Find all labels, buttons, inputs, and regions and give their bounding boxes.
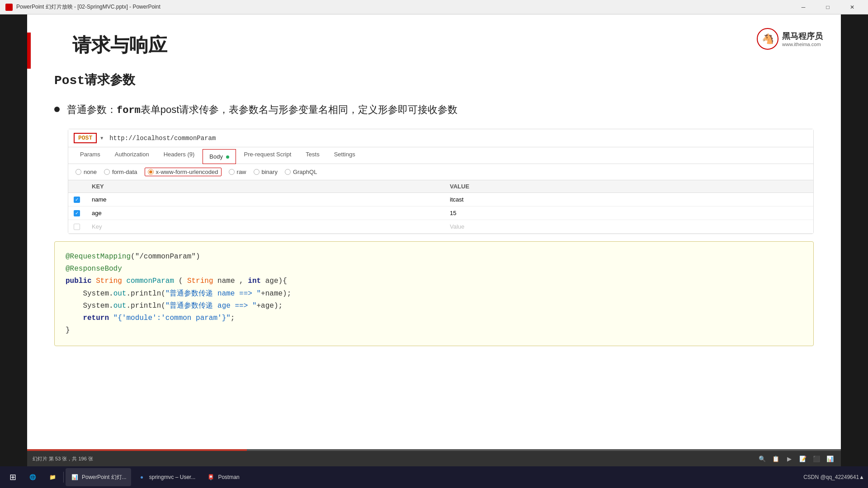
nav-icon-search[interactable]: 🔍 bbox=[757, 453, 768, 464]
taskbar-springmvc-label: springmvc – User... bbox=[149, 474, 196, 480]
type-string: String bbox=[96, 277, 122, 285]
method-name: commonParam bbox=[126, 277, 174, 285]
slide-content: 🐴 黑马程序员 www.itheima.com 请求与响应 Post请求参数 普… bbox=[27, 14, 841, 465]
logo-area: 🐴 黑马程序员 www.itheima.com bbox=[757, 28, 823, 50]
option-form-data[interactable]: form-data bbox=[104, 169, 137, 175]
col-value-header: VALUE bbox=[450, 183, 808, 190]
code-block: @RequestMapping("/commonParam") @Respons… bbox=[54, 241, 814, 346]
checkbox-empty bbox=[74, 224, 80, 230]
key-name[interactable]: name bbox=[92, 196, 450, 203]
code-inline-form: form bbox=[117, 105, 141, 116]
option-raw[interactable]: raw bbox=[229, 169, 246, 175]
key-age[interactable]: age bbox=[92, 210, 450, 216]
url-field[interactable]: http://localhost/commonParam bbox=[109, 135, 216, 142]
method-badge[interactable]: POST bbox=[74, 133, 97, 143]
accent-bar bbox=[27, 33, 31, 69]
body-active-dot bbox=[226, 155, 229, 159]
option-x-www[interactable]: x-www-form-urlencoded bbox=[145, 168, 222, 176]
radio-x-www bbox=[148, 169, 154, 175]
springmvc-icon: ● bbox=[137, 473, 146, 482]
keyword-return: return bbox=[83, 314, 109, 322]
tab-body[interactable]: Body bbox=[203, 149, 236, 164]
value-15[interactable]: 15 bbox=[450, 210, 808, 216]
taskbar: ⊞ 🌐 📁 📊 PowerPoint 幻灯... ● springmvc – U… bbox=[0, 466, 868, 488]
powerpoint-icon: 📊 bbox=[70, 473, 79, 482]
url-bar: POST ▼ http://localhost/commonParam bbox=[68, 129, 813, 147]
taskbar-explorer[interactable]: 📁 bbox=[43, 468, 61, 486]
tab-authorization[interactable]: Authorization bbox=[108, 147, 156, 164]
tab-pre-request[interactable]: Pre-request Script bbox=[238, 147, 298, 164]
keyword-public: public bbox=[66, 277, 92, 285]
value-placeholder[interactable]: Value bbox=[450, 223, 808, 230]
nav-icon-notes[interactable]: 📋 bbox=[770, 453, 781, 464]
maximize-button[interactable]: □ bbox=[817, 0, 838, 14]
logo-icon: 🐴 bbox=[757, 28, 778, 50]
window-title: PowerPoint 幻灯片放映 - [02-SpringMVC.pptx] -… bbox=[16, 3, 160, 11]
browser-icon: 🌐 bbox=[28, 473, 37, 482]
tab-settings[interactable]: Settings bbox=[328, 147, 362, 164]
taskbar-springmvc[interactable]: ● springmvc – User... bbox=[133, 468, 200, 486]
code-line-5: System.out.println("普通参数传递 age ==> "+age… bbox=[66, 300, 802, 312]
logo-sub-text: www.itheima.com bbox=[782, 42, 823, 47]
value-itcast[interactable]: itcast bbox=[450, 196, 808, 203]
table-header: KEY VALUE bbox=[68, 180, 813, 193]
table-row-empty: Key Value bbox=[68, 220, 813, 234]
taskbar-postman[interactable]: 📮 Postman bbox=[202, 468, 244, 486]
slide-subtitle: Post请求参数 bbox=[54, 71, 814, 89]
tab-params[interactable]: Params bbox=[74, 147, 107, 164]
radio-graphql bbox=[285, 169, 291, 175]
code-line-4: System.out.println("普通参数传递 name ==> "+na… bbox=[66, 288, 802, 300]
table-row: ✓ age 15 bbox=[68, 206, 813, 220]
tab-tests[interactable]: Tests bbox=[299, 147, 326, 164]
radio-binary bbox=[254, 169, 259, 175]
checkbox-age[interactable]: ✓ bbox=[74, 210, 80, 216]
slide-title: 请求与响应 bbox=[72, 33, 814, 58]
checkbox-name[interactable]: ✓ bbox=[74, 197, 80, 203]
slide-nav-bar: 幻灯片 第 53 张，共 196 张 🔍 📋 ▶ 📝 ⬛ 📊 bbox=[27, 451, 841, 466]
logo-main-text: 黑马程序员 bbox=[782, 31, 823, 42]
option-none[interactable]: none bbox=[75, 169, 97, 175]
taskbar-powerpoint-label: PowerPoint 幻灯... bbox=[82, 474, 127, 481]
body-options: none form-data x-www-form-urlencoded raw… bbox=[68, 164, 813, 180]
explorer-icon: 📁 bbox=[48, 473, 57, 482]
nav-icons: 🔍 📋 ▶ 📝 ⬛ 📊 bbox=[757, 453, 835, 464]
code-line-6: return "{'module':'common param'}"; bbox=[66, 312, 802, 324]
taskbar-postman-label: Postman bbox=[218, 474, 239, 480]
taskbar-powerpoint[interactable]: 📊 PowerPoint 幻灯... bbox=[66, 468, 131, 486]
radio-none bbox=[75, 169, 81, 175]
nav-left: 幻灯片 第 53 张，共 196 张 bbox=[33, 455, 93, 462]
nav-icon-view[interactable]: ⬛ bbox=[811, 453, 822, 464]
slide-counter: 幻灯片 第 53 张，共 196 张 bbox=[33, 455, 93, 462]
table-row: ✓ name itcast bbox=[68, 193, 813, 206]
app-icon bbox=[5, 4, 13, 11]
postman-panel: POST ▼ http://localhost/commonParam Para… bbox=[68, 129, 814, 234]
bullet-dot bbox=[54, 107, 60, 112]
window-controls: ─ □ ✕ bbox=[793, 0, 863, 14]
minimize-button[interactable]: ─ bbox=[793, 0, 814, 14]
nav-icon-edit[interactable]: 📝 bbox=[797, 453, 808, 464]
nav-icon-play[interactable]: ▶ bbox=[784, 453, 795, 464]
type-string2: String bbox=[187, 277, 213, 285]
logo-text: 黑马程序员 www.itheima.com bbox=[782, 31, 823, 47]
code-line-2: @ResponseBody bbox=[66, 263, 802, 275]
keyword-int: int bbox=[248, 277, 261, 285]
taskbar-right: CSDN @qq_42249641▲ bbox=[803, 474, 864, 480]
taskbar-browser[interactable]: 🌐 bbox=[24, 468, 42, 486]
option-graphql[interactable]: GraphQL bbox=[285, 169, 317, 175]
bullet-item: 普通参数：form表单post请求传参，表参数名与形参变量名相同，定义形参即可接… bbox=[54, 102, 814, 118]
option-binary[interactable]: binary bbox=[254, 169, 278, 175]
title-bar: PowerPoint 幻灯片放映 - [02-SpringMVC.pptx] -… bbox=[0, 0, 868, 14]
tab-headers[interactable]: Headers (9) bbox=[157, 147, 201, 164]
postman-icon: 📮 bbox=[206, 473, 215, 482]
key-placeholder[interactable]: Key bbox=[92, 223, 450, 230]
nav-icon-present[interactable]: 📊 bbox=[825, 453, 835, 464]
method-dropdown[interactable]: ▼ bbox=[99, 136, 104, 141]
start-button[interactable]: ⊞ bbox=[4, 468, 22, 486]
slide-title-wrapper: 请求与响应 bbox=[63, 33, 814, 58]
close-button[interactable]: ✕ bbox=[842, 0, 863, 14]
code-line-3: public String commonParam ( String name … bbox=[66, 275, 802, 287]
taskbar-divider-1 bbox=[63, 472, 64, 483]
annotation-2: @ResponseBody bbox=[66, 265, 122, 273]
code-line-1: @RequestMapping("/commonParam") bbox=[66, 251, 802, 263]
radio-raw bbox=[229, 169, 235, 175]
